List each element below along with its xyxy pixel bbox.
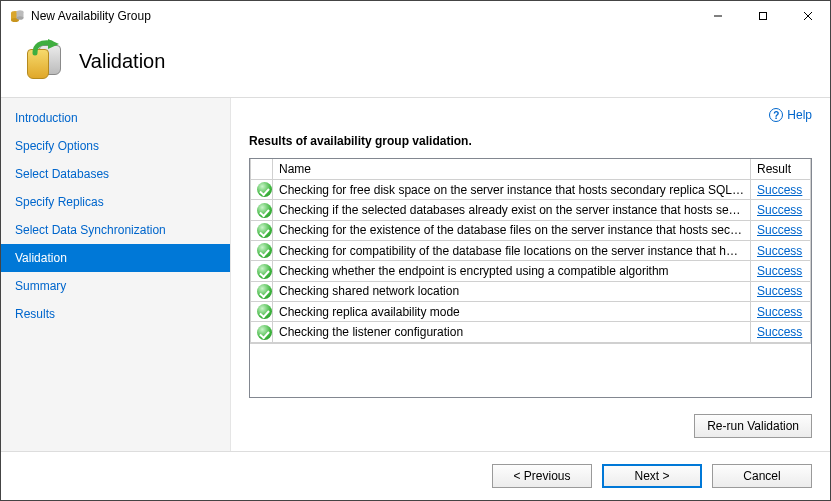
column-header-result[interactable]: Result bbox=[751, 159, 811, 180]
result-link[interactable]: Success bbox=[757, 183, 802, 197]
sidebar-item-validation[interactable]: Validation bbox=[1, 244, 230, 272]
validation-name: Checking the listener configuration bbox=[273, 322, 751, 342]
validation-name: Checking for free disk space on the serv… bbox=[273, 180, 751, 200]
page-title: Validation bbox=[79, 50, 165, 73]
validation-name: Checking shared network location bbox=[273, 281, 751, 301]
titlebar: New Availability Group bbox=[1, 1, 830, 31]
wizard-body: Introduction Specify Options Select Data… bbox=[1, 97, 830, 451]
column-header-name[interactable]: Name bbox=[273, 159, 751, 180]
result-link[interactable]: Success bbox=[757, 325, 802, 339]
wizard-sidebar: Introduction Specify Options Select Data… bbox=[1, 98, 231, 451]
result-link[interactable]: Success bbox=[757, 284, 802, 298]
result-link[interactable]: Success bbox=[757, 244, 802, 258]
success-icon bbox=[257, 325, 272, 340]
next-button[interactable]: Next > bbox=[602, 464, 702, 488]
table-row[interactable]: Checking for the existence of the databa… bbox=[251, 220, 811, 240]
sidebar-item-select-data-sync[interactable]: Select Data Synchronization bbox=[1, 216, 230, 244]
success-icon bbox=[257, 203, 272, 218]
validation-name: Checking for compatibility of the databa… bbox=[273, 240, 751, 260]
maximize-button[interactable] bbox=[740, 1, 785, 31]
validation-name: Checking for the existence of the databa… bbox=[273, 220, 751, 240]
result-link[interactable]: Success bbox=[757, 203, 802, 217]
cancel-button[interactable]: Cancel bbox=[712, 464, 812, 488]
success-icon bbox=[257, 284, 272, 299]
window-title: New Availability Group bbox=[31, 9, 695, 23]
sidebar-item-summary[interactable]: Summary bbox=[1, 272, 230, 300]
wizard-footer: < Previous Next > Cancel bbox=[1, 451, 830, 500]
success-icon bbox=[257, 243, 272, 258]
table-row[interactable]: Checking shared network location Success bbox=[251, 281, 811, 301]
sidebar-item-introduction[interactable]: Introduction bbox=[1, 104, 230, 132]
section-heading: Results of availability group validation… bbox=[249, 128, 812, 158]
validation-name: Checking replica availability mode bbox=[273, 301, 751, 321]
validation-name: Checking whether the endpoint is encrypt… bbox=[273, 261, 751, 281]
sidebar-item-specify-options[interactable]: Specify Options bbox=[1, 132, 230, 160]
grid-empty-area bbox=[250, 343, 811, 397]
table-row[interactable]: Checking replica availability mode Succe… bbox=[251, 301, 811, 321]
validation-grid: Name Result Checking for free disk space… bbox=[249, 158, 812, 398]
validation-name: Checking if the selected databases alrea… bbox=[273, 200, 751, 220]
help-icon: ? bbox=[769, 108, 783, 122]
success-icon bbox=[257, 182, 272, 197]
app-icon bbox=[9, 8, 25, 24]
success-icon bbox=[257, 264, 272, 279]
table-row[interactable]: Checking for free disk space on the serv… bbox=[251, 180, 811, 200]
dialog-window: New Availability Group Validation bbox=[0, 0, 831, 501]
help-link[interactable]: ? Help bbox=[249, 108, 812, 128]
svg-point-5 bbox=[17, 16, 24, 20]
minimize-button[interactable] bbox=[695, 1, 740, 31]
success-icon bbox=[257, 304, 272, 319]
previous-button[interactable]: < Previous bbox=[492, 464, 592, 488]
column-header-icon[interactable] bbox=[251, 159, 273, 180]
rerun-validation-button[interactable]: Re-run Validation bbox=[694, 414, 812, 438]
close-button[interactable] bbox=[785, 1, 830, 31]
wizard-header: Validation bbox=[1, 31, 830, 97]
result-link[interactable]: Success bbox=[757, 264, 802, 278]
wizard-main: ? Help Results of availability group val… bbox=[231, 98, 830, 451]
sidebar-item-specify-replicas[interactable]: Specify Replicas bbox=[1, 188, 230, 216]
table-row[interactable]: Checking the listener configuration Succ… bbox=[251, 322, 811, 342]
help-label: Help bbox=[787, 108, 812, 122]
table-row[interactable]: Checking if the selected databases alrea… bbox=[251, 200, 811, 220]
success-icon bbox=[257, 223, 272, 238]
result-link[interactable]: Success bbox=[757, 223, 802, 237]
wizard-icon bbox=[21, 39, 65, 83]
sidebar-item-results[interactable]: Results bbox=[1, 300, 230, 328]
window-controls bbox=[695, 1, 830, 31]
table-row[interactable]: Checking whether the endpoint is encrypt… bbox=[251, 261, 811, 281]
svg-rect-7 bbox=[759, 13, 766, 20]
sidebar-item-select-databases[interactable]: Select Databases bbox=[1, 160, 230, 188]
table-row[interactable]: Checking for compatibility of the databa… bbox=[251, 240, 811, 260]
result-link[interactable]: Success bbox=[757, 305, 802, 319]
